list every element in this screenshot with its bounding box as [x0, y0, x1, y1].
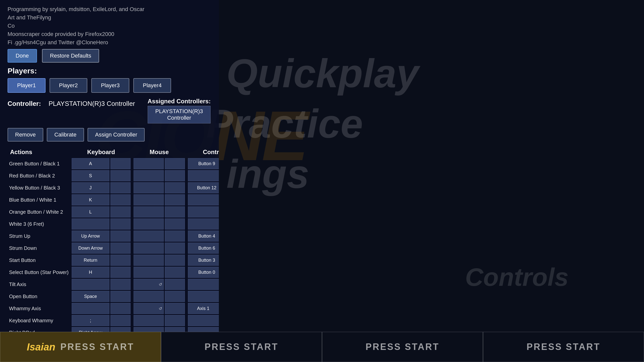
keyboard-binding-5[interactable] [72, 218, 109, 230]
keyboard-binding-14[interactable]: Right Arrow [72, 327, 109, 332]
mouse-binding2-8[interactable] [165, 255, 185, 266]
controller-binding-5[interactable] [188, 218, 219, 230]
keyboard-binding2-11[interactable] [110, 291, 131, 302]
credits-text: Programming by srylain, mdsitton, ExileL… [8, 5, 211, 47]
controller-header: Controller [186, 147, 219, 158]
controller-binding-4[interactable] [188, 206, 219, 217]
mouse-binding2-6[interactable] [165, 231, 185, 242]
keyboard-binding2-8[interactable] [110, 255, 131, 266]
mouse-binding2-0[interactable] [165, 158, 185, 169]
keyboard-binding-8[interactable]: Return [72, 255, 109, 266]
keyboard-binding-4[interactable]: L [72, 206, 109, 217]
keyboard-binding-6[interactable]: Up Arrow [72, 231, 109, 242]
action-name-8: Start Button [9, 257, 36, 263]
mouse-binding-12[interactable]: ↺ [134, 303, 164, 314]
mouse-binding-5[interactable] [134, 218, 164, 230]
controller-binding-12[interactable]: Axis 1↺ [188, 303, 219, 314]
bg-controls-text: Controls [465, 263, 569, 292]
press-start-section: Isaian PRESS START PRESS START PRESS STA… [0, 332, 644, 362]
mouse-binding-2[interactable] [134, 182, 164, 193]
controller-binding-11[interactable] [188, 291, 219, 302]
mouse-binding-1[interactable] [134, 170, 164, 181]
bg-ings-text: ings [226, 151, 309, 197]
mouse-binding-11[interactable] [134, 291, 164, 302]
mouse-binding2-10[interactable] [165, 279, 185, 290]
mouse-binding2-4[interactable] [165, 206, 185, 217]
assigned-label: Assigned Controllers: [148, 98, 211, 105]
mouse-binding-14[interactable] [134, 327, 164, 332]
controller-binding-10[interactable]: ↺ [188, 279, 219, 290]
player2-button[interactable]: Player2 [50, 78, 88, 93]
controller-binding-7[interactable]: Button 6 [188, 243, 219, 254]
assigned-controller-name: PLAYSTATION(R)3Controller [148, 106, 211, 123]
keyboard-binding2-3[interactable] [110, 194, 131, 205]
keyboard-binding2-10[interactable] [110, 279, 131, 290]
controller-binding-13[interactable] [188, 315, 219, 326]
table-row: Yellow Button / Black 3JButton 12 [8, 182, 219, 194]
keyboard-binding2-5[interactable] [110, 218, 131, 230]
keyboard-binding2-1[interactable] [110, 170, 131, 181]
action-name-3: Blue Button / White 1 [9, 197, 56, 203]
mouse-binding-13[interactable] [134, 315, 164, 326]
mouse-binding-7[interactable] [134, 243, 164, 254]
keyboard-binding2-2[interactable] [110, 182, 131, 193]
controller-binding-8[interactable]: Button 3 [188, 255, 219, 266]
keyboard-binding-3[interactable]: K [72, 194, 109, 205]
player4-button[interactable]: Player4 [133, 78, 171, 93]
assign-controller-button[interactable]: Assign Controller [88, 128, 145, 142]
keyboard-binding-13[interactable]: ; [72, 315, 109, 326]
keyboard-binding-2[interactable]: J [72, 182, 109, 193]
mouse-binding-0[interactable] [134, 158, 164, 169]
mouse-binding-8[interactable] [134, 255, 164, 266]
keyboard-binding-0[interactable]: A [72, 158, 109, 169]
keyboard-binding-9[interactable]: H [72, 267, 109, 278]
mouse-binding2-3[interactable] [165, 194, 185, 205]
player1-button[interactable]: Player1 [8, 78, 46, 93]
keyboard-binding2-4[interactable] [110, 206, 131, 217]
mouse-binding2-12[interactable] [165, 303, 185, 314]
controller-action-buttons: Remove Calibrate Assign Controller [8, 128, 211, 142]
mouse-binding-3[interactable] [134, 194, 164, 205]
mouse-binding-9[interactable] [134, 267, 164, 278]
mouse-binding-10[interactable]: ↺ [134, 279, 164, 290]
keyboard-binding2-9[interactable] [110, 267, 131, 278]
keyboard-binding2-7[interactable] [110, 243, 131, 254]
player3-button[interactable]: Player3 [91, 78, 129, 93]
mouse-binding2-5[interactable] [165, 218, 185, 230]
controller-binding-9[interactable]: Button 0 [188, 267, 219, 278]
mouse-binding2-7[interactable] [165, 243, 185, 254]
mouse-binding2-14[interactable] [165, 327, 185, 332]
keyboard-binding-1[interactable]: S [72, 170, 109, 181]
table-row: Green Button / Black 1AButton 9 [8, 158, 219, 170]
keyboard-binding-10[interactable] [72, 279, 109, 290]
keyboard-binding-11[interactable]: Space [72, 291, 109, 302]
mouse-binding-6[interactable] [134, 231, 164, 242]
controller-binding-1[interactable] [188, 170, 219, 181]
controller-binding-14[interactable] [188, 327, 219, 332]
table-row: Start ButtonReturnButton 3 [8, 254, 219, 266]
keyboard-binding2-6[interactable] [110, 231, 131, 242]
action-name-6: Strum Up [9, 233, 30, 239]
remove-button[interactable]: Remove [8, 128, 43, 142]
mouse-binding2-2[interactable] [165, 182, 185, 193]
keyboard-binding-12[interactable] [72, 303, 109, 314]
action-name-13: Keyboard Whammy [9, 318, 53, 323]
controller-binding-0[interactable]: Button 9 [188, 158, 219, 169]
keyboard-binding2-12[interactable] [110, 303, 131, 314]
calibrate-button[interactable]: Calibrate [47, 128, 84, 142]
mouse-binding2-1[interactable] [165, 170, 185, 181]
keyboard-binding2-0[interactable] [110, 158, 131, 169]
mouse-binding-4[interactable] [134, 206, 164, 217]
restore-defaults-button[interactable]: Restore Defaults [42, 49, 99, 63]
mouse-binding2-9[interactable] [165, 267, 185, 278]
keyboard-binding2-14[interactable] [110, 327, 131, 332]
keyboard-binding2-13[interactable] [110, 315, 131, 326]
mouse-binding2-11[interactable] [165, 291, 185, 302]
controller-binding-3[interactable] [188, 194, 219, 205]
done-button[interactable]: Done [8, 49, 37, 63]
controller-binding-2[interactable]: Button 12 [188, 182, 219, 193]
press-start-bar-4: PRESS START [483, 332, 644, 362]
controller-binding-6[interactable]: Button 4 [188, 231, 219, 242]
mouse-binding2-13[interactable] [165, 315, 185, 326]
keyboard-binding-7[interactable]: Down Arrow [72, 243, 109, 254]
